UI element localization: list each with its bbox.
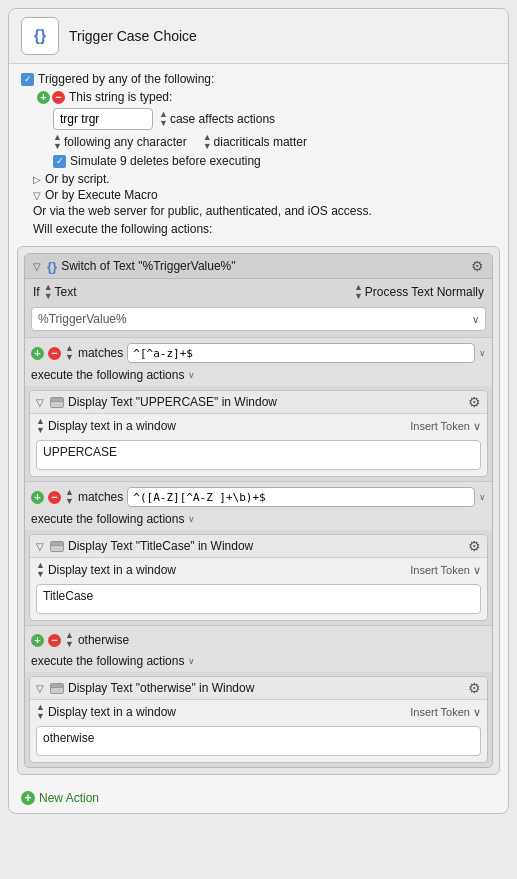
simulate-row: ✓ Simulate 9 deletes before executing [53,154,496,168]
titlecase-collapse-icon[interactable]: ▽ [36,541,44,552]
add-otherwise-button[interactable]: + [31,634,44,647]
action-header-uppercase-left: ▽ Display Text "UPPERCASE" in Window [36,395,277,409]
simulate-checkbox[interactable]: ✓ [53,155,66,168]
case1-updown-icon: ▲▼ [65,344,74,362]
execute1-chevron[interactable]: ∨ [188,370,195,380]
new-action-label: New Action [39,791,99,805]
sub-updown-3: ▲▼ [36,703,45,721]
script-collapse-icon[interactable]: ▷ [33,174,41,185]
following-any-select[interactable]: ▲▼ following any character [53,133,187,151]
matches-label-2: matches [78,490,123,504]
trigger-value-chevron[interactable]: ∨ [472,314,479,325]
action-header-uppercase: ▽ Display Text "UPPERCASE" in Window ⚙ [30,391,487,414]
titlecase-text: TitleCase [43,589,93,603]
insert-token-label-2: Insert Token ∨ [410,564,481,577]
action-sub-row-otherwise: ▲▼ Display text in a window Insert Token… [30,700,487,724]
or-via-row: Or via the web server for public, authen… [33,204,496,218]
execute-label-1: execute the following actions [31,368,184,382]
switch-gear-icon[interactable]: ⚙ [471,258,484,274]
action-header-titlecase: ▽ Display Text "TitleCase" in Window ⚙ [30,535,487,558]
header: {} Trigger Case Choice [9,9,508,64]
case-affects-select[interactable]: ▲▼ case affects actions [159,110,275,128]
trigger-text-input[interactable] [53,108,153,130]
execute2-chevron[interactable]: ∨ [188,514,195,524]
case2-updown[interactable]: ▲▼ [65,488,74,506]
action-block-titlecase: ▽ Display Text "TitleCase" in Window ⚙ ▲… [29,534,488,621]
text-type-select[interactable]: ▲▼ Text [44,283,77,301]
remove-case2-button[interactable]: − [48,491,61,504]
case-updown-icon: ▲▼ [159,110,168,128]
case1-chevron[interactable]: ∨ [479,348,486,358]
match-row-2: + − ▲▼ matches ∨ [25,481,492,510]
remove-otherwise-button[interactable]: − [48,634,61,647]
remove-case1-button[interactable]: − [48,347,61,360]
action-header-otherwise: ▽ Display Text "otherwise" in Window ⚙ [30,677,487,700]
otherwise-gear-icon[interactable]: ⚙ [468,680,481,696]
execute-collapse-icon[interactable]: ▽ [33,190,41,201]
simulate-label: Simulate 9 deletes before executing [70,154,261,168]
or-execute-label: Or by Execute Macro [45,188,158,202]
following-any-label: following any character [64,135,187,149]
add-trigger-button[interactable]: + [37,91,50,104]
remove-trigger-button[interactable]: − [52,91,65,104]
execute-otherwise-chevron[interactable]: ∨ [188,656,195,666]
display-window-label-3: Display text in a window [48,705,176,719]
case1-updown[interactable]: ▲▼ [65,344,74,362]
text-content-titlecase: TitleCase [36,584,481,614]
uppercase-gear-icon[interactable]: ⚙ [468,394,481,410]
action-block-uppercase: ▽ Display Text "UPPERCASE" in Window ⚙ ▲… [29,390,488,477]
execute-row-2: execute the following actions ∨ [25,510,492,530]
add-case1-button[interactable]: + [31,347,44,360]
add-case2-button[interactable]: + [31,491,44,504]
header-title: Trigger Case Choice [69,28,197,44]
triggered-row: ✓ Triggered by any of the following: [21,72,496,86]
insert-token-1[interactable]: Insert Token ∨ [410,420,481,433]
action-sub-row-uppercase: ▲▼ Display text in a window Insert Token… [30,414,487,438]
process-updown-icon: ▲▼ [354,283,363,301]
diacriticals-updown-icon: ▲▼ [203,133,212,151]
otherwise-action-title: Display Text "otherwise" in Window [68,681,254,695]
action-block-otherwise: ▽ Display Text "otherwise" in Window ⚙ ▲… [29,676,488,763]
match-input-1[interactable] [127,343,475,363]
match-input-2[interactable] [127,487,475,507]
switch-header-left: ▽ {} Switch of Text "%TriggerValue%" [33,259,236,274]
case2-chevron[interactable]: ∨ [479,492,486,502]
uppercase-action-title: Display Text "UPPERCASE" in Window [68,395,277,409]
switch-header: ▽ {} Switch of Text "%TriggerValue%" ⚙ [25,254,492,279]
insert-token-2[interactable]: Insert Token ∨ [410,564,481,577]
string-typed-label: This string is typed: [69,90,172,104]
trigger-value-box: %TriggerValue% ∨ [31,307,486,331]
diacriticals-select[interactable]: ▲▼ diacriticals matter [203,133,307,151]
uppercase-text: UPPERCASE [43,445,117,459]
titlecase-gear-icon[interactable]: ⚙ [468,538,481,554]
otherwise-updown-icon: ▲▼ [65,631,74,649]
triggered-label: Triggered by any of the following: [38,72,214,86]
text-content-otherwise: otherwise [36,726,481,756]
otherwise-text: otherwise [43,731,94,745]
text-label: Text [55,285,77,299]
new-action-row[interactable]: + New Action [9,783,508,813]
main-container: {} Trigger Case Choice ✓ Triggered by an… [8,8,509,814]
display-window-label-1: Display text in a window [48,419,176,433]
sub-updown-2: ▲▼ [36,561,45,579]
process-normally-select[interactable]: ▲▼ Process Text Normally [354,283,484,301]
otherwise-updown[interactable]: ▲▼ [65,631,74,649]
display-window-label-2: Display text in a window [48,563,176,577]
or-script-row: ▷ Or by script. [33,172,496,186]
window-icon-2 [50,541,64,552]
action-header-otherwise-left: ▽ Display Text "otherwise" in Window [36,681,254,695]
braces-switch-icon: {} [47,259,57,274]
diacriticals-label: diacriticals matter [214,135,307,149]
triggered-checkbox[interactable]: ✓ [21,73,34,86]
if-text-row: If ▲▼ Text ▲▼ Process Text Normally [25,279,492,305]
trigger-value-text: %TriggerValue% [38,312,127,326]
switch-block: ▽ {} Switch of Text "%TriggerValue%" ⚙ I… [24,253,493,768]
or-script-label: Or by script. [45,172,110,186]
otherwise-collapse-icon[interactable]: ▽ [36,683,44,694]
switch-collapse-icon[interactable]: ▽ [33,261,41,272]
insert-token-3[interactable]: Insert Token ∨ [410,706,481,719]
insert-token-label-1: Insert Token ∨ [410,420,481,433]
action-sub-left-otherwise: ▲▼ Display text in a window [36,703,176,721]
uppercase-collapse-icon[interactable]: ▽ [36,397,44,408]
otherwise-row: + − ▲▼ otherwise [25,625,492,652]
